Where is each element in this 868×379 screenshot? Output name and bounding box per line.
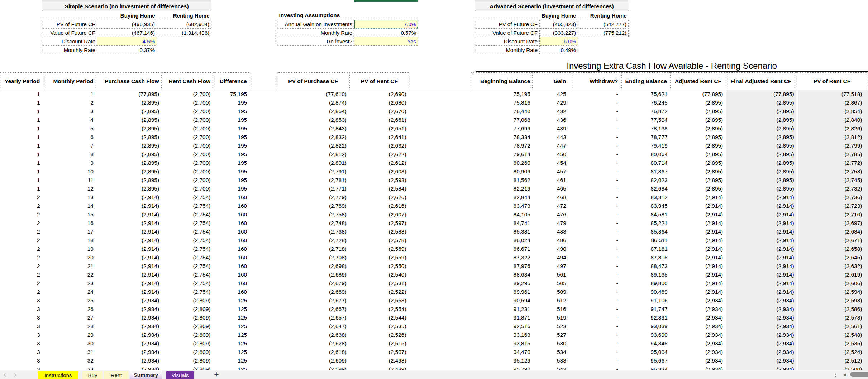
cell[interactable]: (2,914) — [96, 245, 161, 253]
cell[interactable]: (2,934) — [96, 356, 161, 365]
cell[interactable]: 86,024 — [471, 236, 533, 245]
cell[interactable]: 476 — [533, 210, 572, 219]
cell[interactable]: 519 — [533, 313, 572, 322]
cell[interactable]: (2,754) — [161, 219, 214, 227]
cell[interactable]: (2,914) — [96, 288, 161, 296]
cell[interactable]: (2,736) — [796, 193, 868, 202]
sheet-nav-left-icon[interactable]: ‹ — [1, 370, 9, 379]
cell[interactable]: 1 — [0, 133, 44, 141]
empty-cell[interactable] — [157, 45, 211, 54]
cell[interactable]: 15 — [44, 210, 96, 219]
cell[interactable]: (2,895) — [726, 107, 796, 116]
cell[interactable]: 125 — [214, 305, 250, 313]
cell[interactable]: 82,844 — [471, 193, 533, 202]
cell[interactable]: 6 — [44, 133, 96, 141]
cell[interactable]: (2,638) — [277, 331, 349, 339]
cell[interactable]: (2,677) — [277, 296, 349, 305]
cell[interactable]: 21 — [44, 262, 96, 270]
cell[interactable]: 195 — [214, 124, 250, 133]
cell[interactable]: (2,661) — [349, 116, 409, 124]
cell[interactable]: - — [572, 270, 622, 279]
cell[interactable]: 23 — [44, 279, 96, 288]
cell[interactable]: 92,516 — [471, 322, 533, 331]
cell[interactable]: - — [572, 210, 622, 219]
cell[interactable]: 95,004 — [622, 348, 671, 356]
cell[interactable]: 29 — [44, 331, 96, 339]
cell[interactable]: 486 — [533, 236, 572, 245]
cell[interactable]: - — [572, 141, 622, 150]
cell[interactable]: - — [572, 348, 622, 356]
row-label-cell[interactable]: Value of Future CF — [475, 28, 540, 37]
cell[interactable]: (2,895) — [726, 167, 796, 176]
cell[interactable]: 523 — [533, 322, 572, 331]
cell[interactable]: (2,593) — [349, 176, 409, 184]
sheet-tab-visuals[interactable]: Visuals — [166, 371, 194, 379]
value-cell[interactable]: (333,227) — [540, 28, 578, 37]
cell[interactable]: (2,934) — [671, 348, 726, 356]
cell[interactable]: (2,895) — [96, 184, 161, 193]
cell[interactable]: (2,710) — [796, 210, 868, 219]
cell[interactable]: (2,544) — [349, 313, 409, 322]
cell[interactable]: 3 — [0, 356, 44, 365]
cell[interactable]: 84,741 — [471, 219, 533, 227]
cell[interactable]: (2,914) — [726, 262, 796, 270]
cell[interactable]: (2,645) — [796, 253, 868, 262]
cell[interactable]: (2,594) — [796, 288, 868, 296]
cell[interactable]: (2,522) — [349, 288, 409, 296]
cell[interactable]: 125 — [214, 348, 250, 356]
cell[interactable]: 93,039 — [622, 322, 671, 331]
cell[interactable]: (2,609) — [277, 356, 349, 365]
cell[interactable]: 13 — [44, 193, 96, 202]
cell[interactable]: (2,934) — [726, 296, 796, 305]
cell[interactable]: 1 — [0, 141, 44, 150]
cell[interactable]: 83,945 — [622, 202, 671, 210]
cell[interactable]: - — [572, 331, 622, 339]
cell[interactable]: (2,934) — [726, 313, 796, 322]
cell[interactable]: (2,895) — [671, 107, 726, 116]
cell[interactable]: 1 — [0, 90, 44, 99]
cell[interactable]: 3 — [44, 107, 96, 116]
value-cell[interactable]: (1,314,406) — [157, 28, 211, 37]
cell[interactable]: 87,322 — [471, 253, 533, 262]
cell[interactable]: 89,295 — [471, 279, 533, 288]
cell[interactable]: (2,895) — [96, 159, 161, 167]
cell[interactable]: 3 — [0, 305, 44, 313]
cell[interactable]: (2,914) — [96, 210, 161, 219]
cell[interactable]: (2,550) — [349, 262, 409, 270]
column-header-cell[interactable]: Yearly Period — [0, 73, 44, 90]
cell[interactable]: (2,914) — [726, 202, 796, 210]
cell[interactable]: 86,671 — [471, 245, 533, 253]
cell[interactable]: 79,614 — [471, 150, 533, 159]
cell[interactable]: (2,914) — [726, 245, 796, 253]
cell[interactable]: 2 — [0, 202, 44, 210]
hscroll-left-arrow-icon[interactable]: ◀ — [843, 372, 846, 377]
cell[interactable]: (2,498) — [349, 356, 409, 365]
value-cell[interactable]: (775,212) — [578, 28, 629, 37]
cell[interactable]: (2,864) — [277, 107, 349, 116]
add-sheet-button[interactable]: + — [211, 370, 221, 379]
cell[interactable]: (2,616) — [349, 202, 409, 210]
cell[interactable]: 501 — [533, 270, 572, 279]
value-cell[interactable]: 0.37% — [97, 45, 157, 54]
cell[interactable]: - — [572, 227, 622, 236]
cell[interactable]: (77,518) — [796, 90, 868, 99]
cell[interactable]: (2,895) — [96, 133, 161, 141]
cell[interactable]: (2,626) — [349, 193, 409, 202]
cell[interactable]: 125 — [214, 322, 250, 331]
cell[interactable]: - — [572, 305, 622, 313]
cell[interactable]: 91,106 — [622, 296, 671, 305]
cell[interactable]: (2,598) — [796, 296, 868, 305]
cell[interactable]: 1 — [0, 107, 44, 116]
cell[interactable]: (2,680) — [349, 99, 409, 107]
cell[interactable]: (2,895) — [671, 124, 726, 133]
cell[interactable]: 195 — [214, 176, 250, 184]
cell[interactable]: (2,700) — [161, 124, 214, 133]
cell[interactable]: 443 — [533, 133, 572, 141]
cell[interactable]: (2,934) — [96, 348, 161, 356]
column-header-cell[interactable]: Beginning Balance — [471, 73, 533, 90]
cell[interactable]: (2,895) — [671, 167, 726, 176]
cell[interactable]: 3 — [0, 322, 44, 331]
cell[interactable]: 22 — [44, 270, 96, 279]
cell[interactable]: 2 — [0, 236, 44, 245]
cell[interactable]: (2,754) — [161, 288, 214, 296]
